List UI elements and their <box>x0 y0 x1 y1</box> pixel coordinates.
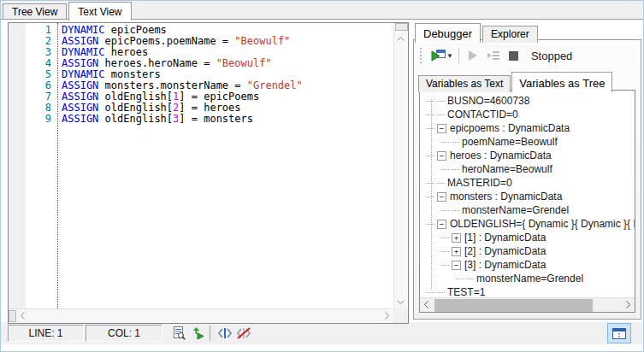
tree-node-label: [1] : DynamicData <box>464 232 546 243</box>
tree-row[interactable]: CONTACTID=0 <box>420 108 635 121</box>
tree-node-label: BUSNO=4600738 <box>447 95 529 107</box>
tree-connector <box>441 169 449 170</box>
tree-node-label: MASTERID=0 <box>447 177 512 189</box>
run-script-icon[interactable] <box>188 324 207 343</box>
validate-document-icon[interactable] <box>169 324 188 343</box>
tab-debugger[interactable]: Debugger <box>415 23 481 43</box>
tree-node-label: epicpoems : DynamicData <box>450 122 570 134</box>
scroll-right-icon[interactable] <box>622 298 635 311</box>
tree-connector <box>452 142 459 143</box>
collapse-icon[interactable]: − <box>437 124 446 133</box>
tab-explorer[interactable]: Explorer <box>482 26 538 43</box>
editor-text-region[interactable]: 1DYNAMIC epicPoems2ASSIGN epicPoems.poem… <box>26 23 393 308</box>
tree-node-label: heroName=Beowulf <box>462 163 552 175</box>
tree-node-label: TEST=1 <box>447 286 485 298</box>
statusbar-separator <box>210 326 213 341</box>
column-indicator: COL: 1 <box>86 325 162 342</box>
tree-row[interactable]: −[3] : DynamicData <box>420 258 635 272</box>
tree-row[interactable]: heroName=Beowulf <box>420 162 635 176</box>
tree-connector <box>437 292 445 293</box>
editor-horizontal-scrollbar[interactable] <box>9 308 393 323</box>
expand-icon[interactable]: + <box>452 247 461 256</box>
debugger-panel: DebuggerExplorer ▼ <box>413 22 641 320</box>
collapse-icon[interactable]: − <box>437 192 446 202</box>
code-lines: 1DYNAMIC epicPoems2ASSIGN epicPoems.poem… <box>26 25 393 125</box>
tree-row[interactable]: monsterName=Grendel <box>420 203 635 217</box>
code-line[interactable]: 9ASSIGN oldEnglish[3] = monsters <box>26 114 393 125</box>
toolbar-separator <box>458 48 459 63</box>
scroll-left-icon[interactable] <box>16 309 29 322</box>
tree-horizontal-scrollbar[interactable] <box>420 297 635 312</box>
tree-node-label: CONTACTID=0 <box>447 109 518 120</box>
tree-node-label: [3] : DynamicData <box>464 259 546 271</box>
tab-variables-as-tree[interactable]: Variables as Tree <box>511 72 612 92</box>
tree-rows: BUSNO=4600738CONTACTID=0−epicpoems : Dyn… <box>420 94 635 299</box>
splitter-handle-horizontal[interactable] <box>9 310 16 322</box>
scrollbar-corner <box>393 308 408 323</box>
collapse-icon[interactable]: − <box>437 151 446 161</box>
tree-connector <box>452 210 459 211</box>
tree-connector <box>427 292 434 293</box>
tree-row[interactable]: −epicpoems : DynamicData <box>420 121 635 135</box>
run-dropdown-arrow-icon[interactable]: ▼ <box>446 52 453 60</box>
scroll-up-icon[interactable] <box>394 32 407 45</box>
tree-row[interactable]: BUSNO=4600738 <box>420 94 635 108</box>
tree-connector <box>452 169 459 170</box>
tree-connector <box>441 210 449 211</box>
tab-variables-as-text[interactable]: Variables as Text <box>418 75 511 92</box>
main-tab-strip: Tree ViewText View <box>1 1 643 19</box>
scroll-down-icon[interactable] <box>394 296 407 308</box>
tree-node-label: OLDENGLISH={ Dynamic }{ Dynamic }{ Dyn <box>450 218 635 230</box>
tree-connector <box>466 279 474 279</box>
tree-connector <box>441 251 449 252</box>
tree-row[interactable]: −monsters : DynamicData <box>420 190 635 203</box>
tree-node-label: monsterName=Grendel <box>462 204 569 216</box>
collapse-icon[interactable]: − <box>437 220 446 229</box>
expand-icon[interactable]: + <box>452 233 461 243</box>
tree-connector <box>456 279 464 279</box>
tab-tree-view[interactable]: Tree View <box>3 3 67 21</box>
collapse-icon[interactable]: − <box>452 261 461 270</box>
tree-row[interactable]: monsterName=Grendel <box>420 272 635 285</box>
tree-connector <box>441 142 449 143</box>
tree-node-label: monsters : DynamicData <box>450 191 562 202</box>
code-editor[interactable]: 1DYNAMIC epicPoems2ASSIGN epicPoems.poem… <box>8 22 409 324</box>
panel-toggle-button[interactable] <box>607 323 631 343</box>
editor-vertical-scrollbar[interactable] <box>393 23 408 308</box>
code-enabled-icon[interactable] <box>216 324 234 343</box>
tree-connector <box>441 265 449 266</box>
panel-toggle-icon <box>612 328 626 339</box>
debugger-tab-strip: DebuggerExplorer <box>413 22 641 40</box>
scroll-left-icon[interactable] <box>420 298 433 311</box>
status-bar: LINE: 1 COL: 1 <box>1 322 643 344</box>
line-number: 9 <box>26 114 54 125</box>
step-icon[interactable] <box>484 46 503 65</box>
tree-root-guide <box>431 99 432 290</box>
editor-icon-margin <box>9 23 26 308</box>
variables-tree[interactable]: BUSNO=4600738CONTACTID=0−epicpoems : Dyn… <box>419 90 635 313</box>
tree-row[interactable]: −heroes : DynamicData <box>420 149 635 162</box>
code-text: ASSIGN oldEnglish[3] = monsters <box>62 114 253 125</box>
splitter-handle[interactable] <box>395 23 408 31</box>
tree-connector <box>437 183 445 184</box>
tree-node-label: heroes : DynamicData <box>450 150 552 161</box>
continue-icon[interactable] <box>464 46 482 65</box>
run-icon[interactable] <box>428 46 447 65</box>
scrollbar-thumb[interactable] <box>434 299 593 312</box>
toolbar-grip-icon[interactable] <box>420 48 422 63</box>
tree-row[interactable]: poemName=Beowulf <box>420 135 635 149</box>
tree-connector <box>441 238 449 238</box>
scroll-right-icon[interactable] <box>381 309 393 322</box>
tree-connector <box>437 101 445 102</box>
tree-node-label: [2] : DynamicData <box>464 245 546 257</box>
debug-status-label: Stopped <box>531 50 572 62</box>
tree-row[interactable]: +[1] : DynamicData <box>420 231 635 244</box>
line-indicator: LINE: 1 <box>8 325 84 342</box>
tab-text-view[interactable]: Text View <box>68 2 131 21</box>
tree-row[interactable]: MASTERID=0 <box>420 176 635 190</box>
tree-connector <box>437 114 445 115</box>
tree-row[interactable]: +[2] : DynamicData <box>420 244 635 258</box>
stop-icon[interactable] <box>505 46 523 65</box>
tree-row[interactable]: −OLDENGLISH={ Dynamic }{ Dynamic }{ Dyn <box>420 217 635 231</box>
code-disabled-icon[interactable] <box>234 324 253 343</box>
